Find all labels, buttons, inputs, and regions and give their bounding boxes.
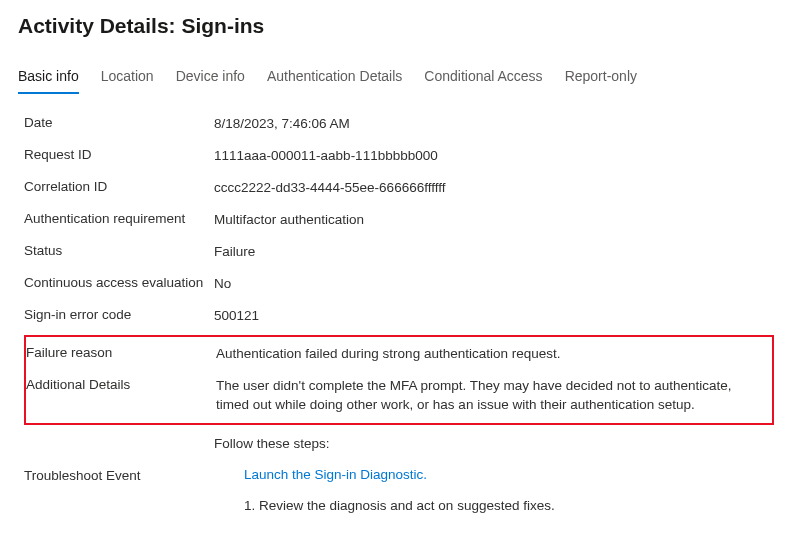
row-correlation-id: Correlation ID cccc2222-dd33-4444-55ee-6… <box>24 173 774 205</box>
value-auth-requirement: Multifactor authentication <box>214 211 774 230</box>
label-additional-details: Additional Details <box>26 377 216 392</box>
value-cae: No <box>214 275 774 294</box>
label-troubleshoot: Troubleshoot Event <box>24 468 214 483</box>
row-auth-requirement: Authentication requirement Multifactor a… <box>24 205 774 237</box>
value-error-code: 500121 <box>214 307 774 326</box>
row-status: Status Failure <box>24 237 774 269</box>
tab-report-only[interactable]: Report-only <box>565 62 637 94</box>
tab-basic-info[interactable]: Basic info <box>18 62 79 94</box>
row-cae: Continuous access evaluation No <box>24 269 774 301</box>
troubleshoot-step-1: 1. Review the diagnosis and act on sugge… <box>244 495 766 518</box>
label-status: Status <box>24 243 214 258</box>
value-request-id: 1111aaa-000011-aabb-111bbbbb000 <box>214 147 774 166</box>
value-date: 8/18/2023, 7:46:06 AM <box>214 115 774 134</box>
value-additional-details: The user didn't complete the MFA prompt.… <box>216 377 772 415</box>
tab-authentication-details[interactable]: Authentication Details <box>267 62 402 94</box>
launch-diagnostic-link[interactable]: Launch the Sign-in Diagnostic. <box>244 464 766 487</box>
tab-location[interactable]: Location <box>101 62 154 94</box>
label-cae: Continuous access evaluation <box>24 275 214 290</box>
value-correlation-id: cccc2222-dd33-4444-55ee-666666ffffff <box>214 179 774 198</box>
troubleshoot-steps-intro: Follow these steps: <box>214 433 766 456</box>
label-error-code: Sign-in error code <box>24 307 214 322</box>
page-title: Activity Details: Sign-ins <box>18 14 774 38</box>
tab-conditional-access[interactable]: Conditional Access <box>424 62 542 94</box>
row-date: Date 8/18/2023, 7:46:06 AM <box>24 109 774 141</box>
highlight-box: Failure reason Authentication failed dur… <box>24 335 774 425</box>
label-correlation-id: Correlation ID <box>24 179 214 194</box>
label-date: Date <box>24 115 214 130</box>
value-status: Failure <box>214 243 774 262</box>
label-auth-requirement: Authentication requirement <box>24 211 214 226</box>
label-request-id: Request ID <box>24 147 214 162</box>
row-troubleshoot: Troubleshoot Event Follow these steps: L… <box>24 427 774 524</box>
row-error-code: Sign-in error code 500121 <box>24 301 774 333</box>
row-failure-reason: Failure reason Authentication failed dur… <box>26 339 772 371</box>
tabs-container: Basic info Location Device info Authenti… <box>18 62 774 95</box>
label-failure-reason: Failure reason <box>26 345 216 360</box>
row-additional-details: Additional Details The user didn't compl… <box>26 371 772 421</box>
tab-device-info[interactable]: Device info <box>176 62 245 94</box>
row-request-id: Request ID 1111aaa-000011-aabb-111bbbbb0… <box>24 141 774 173</box>
value-troubleshoot: Follow these steps: Launch the Sign-in D… <box>214 433 774 518</box>
value-failure-reason: Authentication failed during strong auth… <box>216 345 772 364</box>
details-panel: Date 8/18/2023, 7:46:06 AM Request ID 11… <box>18 109 774 524</box>
